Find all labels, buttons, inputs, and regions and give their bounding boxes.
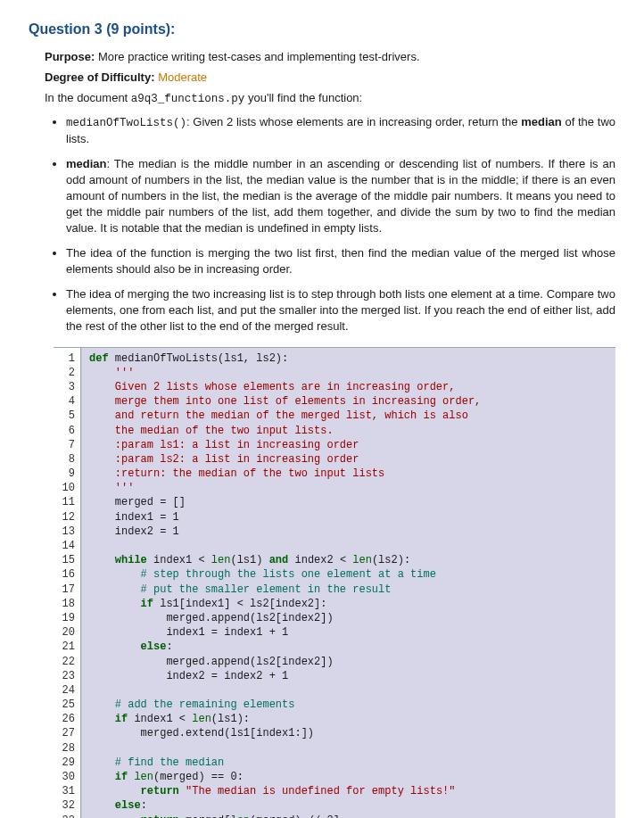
purpose-label: Purpose: [45,50,95,63]
line-number: 7 [57,438,75,452]
code-line [89,741,608,756]
line-number: 33 [57,814,75,818]
line-number: 11 [57,495,75,509]
question-title: Question 3 (9 points): [29,21,615,37]
code-line: Given 2 lists whose elements are in incr… [89,380,608,394]
code-line: merged.append(ls2[index2]) [89,611,608,625]
intro-line: In the document a9q3_functions.py you'll… [45,91,615,105]
code-line: :return: the median of the two input lis… [89,467,608,481]
line-number: 24 [57,683,75,698]
bullet-list: medianOfTwoLists(): Given 2 lists whose … [66,114,615,335]
line-number: 6 [57,424,75,438]
code-line: index1 = index1 + 1 [89,625,608,640]
line-number: 21 [57,640,75,654]
bold-word: median [521,115,562,128]
purpose-text: More practice writing test-cases and imp… [98,50,420,63]
code-line: ''' [89,481,608,495]
difficulty-label: Degree of Difficulty: [45,70,155,84]
code-line: merged = [] [89,495,608,509]
bullet-text: The idea of merging the two increasing l… [66,287,615,333]
line-number: 3 [57,380,75,394]
bullet-item: medianOfTwoLists(): Given 2 lists whose … [66,114,615,147]
line-number: 28 [57,741,75,756]
function-name: medianOfTwoLists() [66,117,186,129]
code-line: :param ls1: a list in increasing order [89,438,608,452]
line-number: 19 [57,611,75,625]
line-number: 12 [57,510,75,525]
code-line: # step through the lists one element at … [89,567,608,582]
code-line: merge them into one list of elements in … [89,394,608,409]
code-line: if index1 < len(ls1): [89,712,608,726]
bullet-item: The idea of the function is merging the … [66,245,615,277]
code-line: merged.append(ls2[index2]) [89,655,608,669]
line-number: 26 [57,712,75,726]
line-number: 15 [57,553,75,567]
code-line: index2 = index2 + 1 [89,669,608,683]
line-number: 32 [57,798,75,813]
line-number-gutter: 1234567891011121314151617181920212223242… [54,348,81,818]
bullet-text: : The median is the middle number in an … [66,157,615,235]
bullet-item: The idea of merging the two increasing l… [66,286,615,335]
line-number: 22 [57,655,75,669]
code-line: and return the median of the merged list… [89,409,608,423]
line-number: 18 [57,597,75,611]
line-number: 14 [57,539,75,553]
code-line: if ls1[index1] < ls2[index2]: [89,597,608,611]
code-line: # add the remaining elements [89,698,608,712]
code-line: ''' [89,366,608,380]
bold-word: median [66,157,107,170]
line-number: 13 [57,525,75,539]
code-line: index1 = 1 [89,510,608,525]
code-line: the median of the two input lists. [89,424,608,438]
code-line [89,539,608,553]
intro-pre: In the document [45,91,131,104]
bullet-text: : Given 2 lists whose elements are in in… [186,115,521,128]
code-line [89,683,608,698]
code-line: return merged[len(merged) // 2] [89,814,608,818]
line-number: 5 [57,409,75,423]
line-number: 29 [57,756,75,770]
line-number: 31 [57,784,75,798]
difficulty-value: Moderate [158,70,207,84]
line-number: 27 [57,726,75,740]
line-number: 9 [57,467,75,481]
intro-filename: a9q3_functions.py [131,93,245,105]
code-line: def medianOfTwoLists(ls1, ls2): [89,351,608,366]
code-line: if len(merged) == 0: [89,770,608,784]
line-number: 8 [57,452,75,467]
code-line: else: [89,798,608,813]
line-number: 20 [57,625,75,640]
code-line: while index1 < len(ls1) and index2 < len… [89,553,608,567]
line-number: 10 [57,481,75,495]
line-number: 17 [57,583,75,597]
difficulty-row: Degree of Difficulty: Moderate [45,70,615,84]
line-number: 2 [57,366,75,380]
line-number: 30 [57,770,75,784]
intro-post: you'll find the function: [244,91,362,104]
purpose-row: Purpose: More practice writing test-case… [45,50,615,63]
code-body: def medianOfTwoLists(ls1, ls2): ''' Give… [81,348,615,818]
line-number: 25 [57,698,75,712]
code-line: # put the smaller element in the result [89,583,608,597]
line-number: 1 [57,351,75,366]
line-number: 4 [57,394,75,409]
code-line: return "The median is undefined for empt… [89,784,608,798]
code-line: # find the median [89,756,608,770]
code-line: else: [89,640,608,654]
bullet-item: median: The median is the middle number … [66,156,615,236]
line-number: 23 [57,669,75,683]
code-line: merged.extend(ls1[index1:]) [89,726,608,740]
code-line: index2 = 1 [89,525,608,539]
code-block: 1234567891011121314151617181920212223242… [54,347,615,818]
bullet-text: The idea of the function is merging the … [66,246,615,276]
line-number: 16 [57,567,75,582]
code-line: :param ls2: a list in increasing order [89,452,608,467]
